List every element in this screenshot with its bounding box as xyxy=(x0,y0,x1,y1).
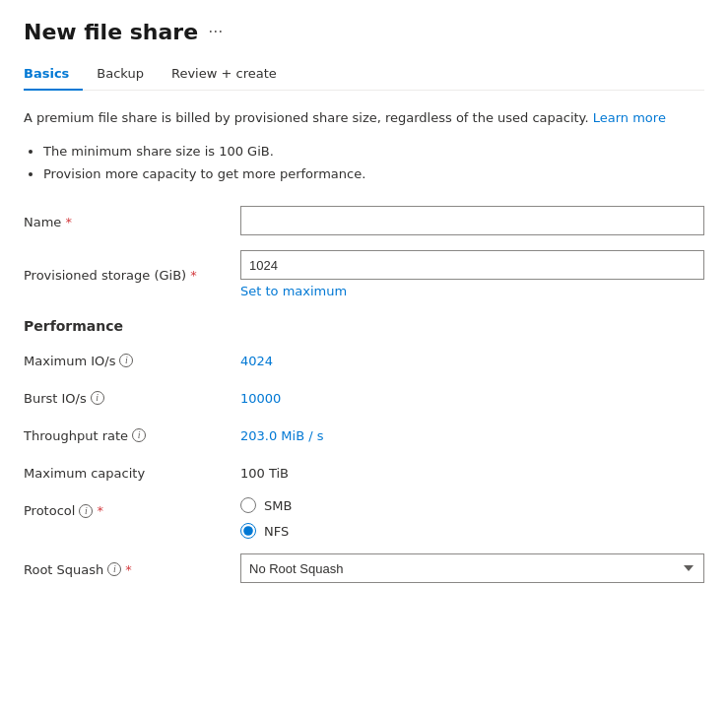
performance-section-title: Performance xyxy=(24,318,704,334)
protocol-smb-label: SMB xyxy=(264,498,292,513)
tab-bar: Basics Backup Review + create xyxy=(24,58,704,91)
name-field-container xyxy=(240,206,704,235)
max-capacity-label: Maximum capacity xyxy=(24,466,240,481)
page-title-ellipsis: ··· xyxy=(208,23,223,41)
info-bullets: The minimum share size is 100 GiB. Provi… xyxy=(43,140,704,186)
throughput-row: Throughput rate i 203.0 MiB / s xyxy=(24,422,704,448)
page-title-container: New file share ··· xyxy=(24,20,704,44)
storage-label: Provisioned storage (GiB) * xyxy=(24,266,240,283)
root-squash-info-icon[interactable]: i xyxy=(107,562,121,576)
info-text: A premium file share is billed by provis… xyxy=(24,110,589,125)
protocol-nfs-radio[interactable] xyxy=(240,523,256,539)
name-field-row: Name * xyxy=(24,205,704,236)
max-io-label: Maximum IO/s i xyxy=(24,354,240,368)
protocol-label: Protocol i * xyxy=(24,497,240,518)
storage-required-star: * xyxy=(190,268,197,283)
bullet-item-2: Provision more capacity to get more perf… xyxy=(43,162,704,185)
root-squash-required-star: * xyxy=(125,562,132,577)
bullet-item-1: The minimum share size is 100 GiB. xyxy=(43,140,704,162)
name-label: Name * xyxy=(24,213,240,229)
learn-more-link[interactable]: Learn more xyxy=(593,110,666,125)
protocol-row: Protocol i * SMB NFS xyxy=(24,497,704,539)
name-required-star: * xyxy=(66,215,73,229)
tab-backup[interactable]: Backup xyxy=(83,58,158,91)
root-squash-row: Root Squash i * No Root Squash Root Squa… xyxy=(24,552,704,584)
storage-field-row: Provisioned storage (GiB) * Set to maxim… xyxy=(24,250,704,298)
max-capacity-row: Maximum capacity 100 TiB xyxy=(24,460,704,486)
tab-review[interactable]: Review + create xyxy=(158,58,291,91)
throughput-value: 203.0 MiB / s xyxy=(240,428,324,443)
protocol-nfs-option[interactable]: NFS xyxy=(240,523,292,539)
root-squash-field-container: No Root Squash Root Squash All Squash xyxy=(240,553,704,583)
page-title: New file share xyxy=(24,20,198,44)
burst-io-info-icon[interactable]: i xyxy=(91,391,104,405)
protocol-radio-group: SMB NFS xyxy=(240,497,292,539)
root-squash-label: Root Squash i * xyxy=(24,560,240,577)
storage-field-container: Set to maximum xyxy=(240,250,704,298)
protocol-nfs-label: NFS xyxy=(264,524,289,539)
max-io-row: Maximum IO/s i 4024 xyxy=(24,348,704,373)
root-squash-select[interactable]: No Root Squash Root Squash All Squash xyxy=(240,553,704,583)
burst-io-row: Burst IO/s i 10000 xyxy=(24,385,704,411)
burst-io-value: 10000 xyxy=(240,391,281,406)
burst-io-label: Burst IO/s i xyxy=(24,391,240,406)
storage-input[interactable] xyxy=(240,250,704,280)
tab-basics[interactable]: Basics xyxy=(24,58,83,91)
max-io-value: 4024 xyxy=(240,354,273,368)
protocol-required-star: * xyxy=(97,503,103,518)
protocol-info-icon[interactable]: i xyxy=(79,504,93,518)
max-io-info-icon[interactable]: i xyxy=(119,354,133,367)
protocol-smb-radio[interactable] xyxy=(240,497,256,513)
throughput-label: Throughput rate i xyxy=(24,428,240,443)
max-capacity-value: 100 TiB xyxy=(240,466,289,481)
info-description: A premium file share is billed by provis… xyxy=(24,108,704,128)
name-input[interactable] xyxy=(240,206,704,235)
set-to-max-link[interactable]: Set to maximum xyxy=(240,284,704,298)
throughput-info-icon[interactable]: i xyxy=(132,428,146,442)
protocol-smb-option[interactable]: SMB xyxy=(240,497,292,513)
